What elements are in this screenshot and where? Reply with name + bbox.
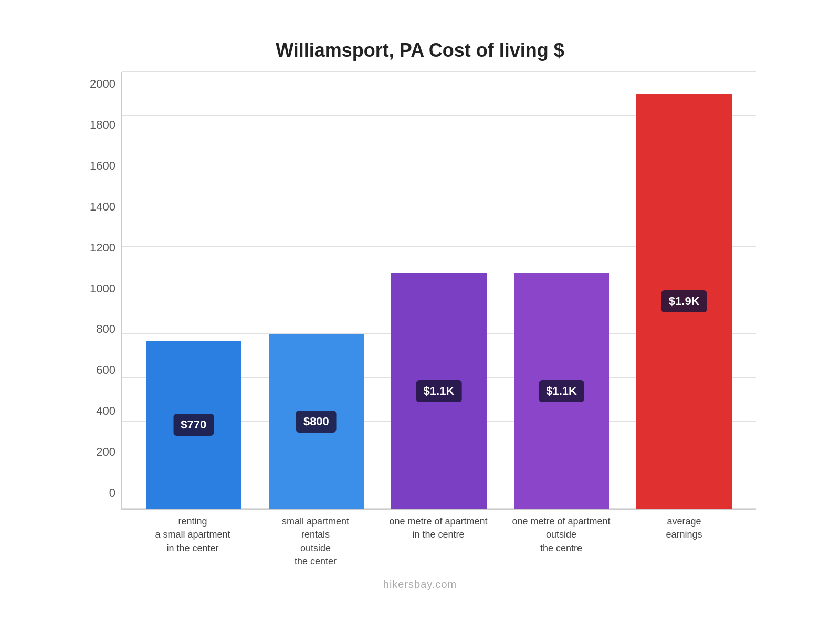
x-label-bar4: one metre of apartmentoutsidethe centre	[512, 515, 610, 568]
bars-row: $770$800$1.1K$1.1K$1.9K	[122, 72, 756, 509]
x-label-group-bar5: averageearnings	[628, 515, 740, 568]
y-axis-label: 400	[96, 404, 116, 418]
footer: hikersbay.com	[383, 579, 457, 591]
chart-container: Williamsport, PA Cost of living $ 020040…	[84, 39, 756, 591]
x-label-group-bar1: rentinga small apartmentin the center	[136, 515, 249, 568]
bar-bar1: $770	[146, 341, 242, 509]
y-axis-label: 800	[96, 322, 116, 336]
y-axis-label: 1400	[90, 200, 116, 214]
bar-badge-bar5: $1.9K	[662, 290, 707, 312]
y-axis-label: 1800	[90, 118, 116, 132]
y-axis: 0200400600800100012001400160018002000	[84, 72, 121, 568]
bar-group-bar2: $800	[260, 72, 373, 509]
bar-group-bar5: $1.9K	[628, 72, 740, 509]
y-axis-label: 600	[96, 363, 116, 377]
chart-title: Williamsport, PA Cost of living $	[276, 39, 564, 61]
bar-group-bar3: $1.1K	[383, 72, 495, 509]
x-label-bar1: rentinga small apartmentin the center	[155, 515, 230, 568]
bars-section: $770$800$1.1K$1.1K$1.9K rentinga small a…	[121, 72, 756, 568]
y-axis-label: 1600	[90, 159, 116, 173]
bar-bar5: $1.9K	[636, 94, 732, 509]
bar-group-bar4: $1.1K	[506, 72, 618, 509]
bar-bar4: $1.1K	[514, 273, 610, 509]
x-label-bar2: small apartmentrentalsoutsidethe center	[282, 515, 349, 568]
y-axis-label: 1200	[90, 241, 116, 255]
y-axis-label: 2000	[90, 77, 116, 91]
bar-bar3: $1.1K	[391, 273, 487, 509]
bar-badge-bar3: $1.1K	[416, 380, 462, 402]
x-label-bar3: one metre of apartmentin the centre	[389, 515, 487, 568]
y-axis-label: 200	[96, 445, 116, 459]
bars-wrapper: $770$800$1.1K$1.1K$1.9K	[121, 72, 756, 510]
x-label-group-bar2: small apartmentrentalsoutsidethe center	[259, 515, 372, 568]
x-label-bar5: averageearnings	[666, 515, 702, 568]
y-axis-label: 0	[109, 486, 116, 500]
bar-badge-bar2: $800	[296, 411, 337, 433]
y-axis-label: 1000	[90, 282, 116, 296]
x-labels: rentinga small apartmentin the centersma…	[121, 510, 756, 568]
chart-area: 0200400600800100012001400160018002000 $7…	[84, 72, 756, 568]
bar-group-bar1: $770	[138, 72, 250, 509]
bar-bar2: $800	[269, 334, 364, 509]
bar-badge-bar1: $770	[173, 414, 214, 436]
bar-badge-bar4: $1.1K	[539, 380, 584, 402]
x-label-group-bar3: one metre of apartmentin the centre	[382, 515, 495, 568]
x-label-group-bar4: one metre of apartmentoutsidethe centre	[505, 515, 617, 568]
